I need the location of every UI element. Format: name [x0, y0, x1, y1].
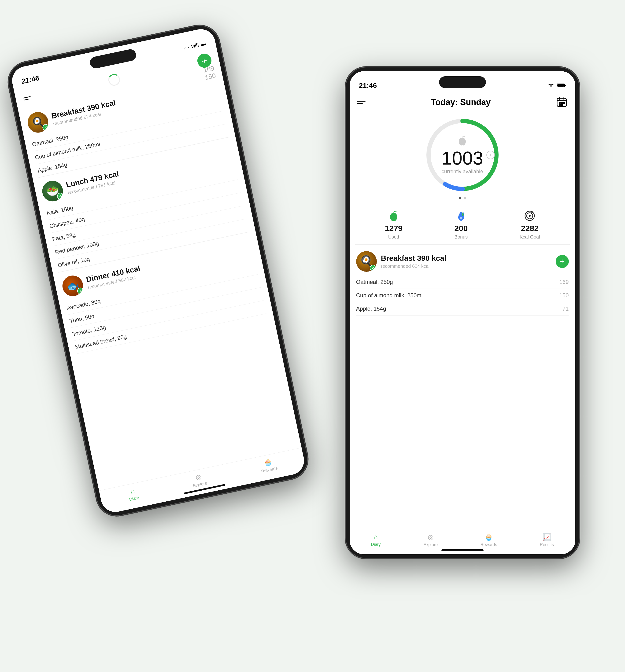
ring-dots: [459, 197, 466, 199]
flame-stat-icon: [455, 209, 468, 222]
svg-rect-1: [565, 85, 566, 86]
breakfast-header-2: 🍳 Breakfast 390 kcal recommended 624 kca…: [356, 251, 569, 272]
wifi-icon-2: [548, 83, 554, 90]
item-name: Kale, 150g: [46, 205, 73, 216]
page-title-2: Today: Sunday: [431, 97, 491, 107]
nav-label-explore-1: Explore: [192, 481, 207, 488]
dot-2: [464, 197, 466, 199]
nav-label-explore-2: Explore: [423, 542, 438, 547]
nav-results-2[interactable]: 📈 Results: [540, 533, 554, 547]
home-indicator-2: [441, 549, 484, 551]
item-cal: 150: [559, 292, 569, 299]
item-cal: 169: [559, 279, 569, 285]
hamburger-menu-2[interactable]: [357, 101, 366, 104]
explore-icon-2: ◎: [428, 533, 434, 541]
signal-icon: ····: [183, 44, 189, 51]
status-icons-1: ···· wifi ▬: [183, 40, 206, 51]
breakfast-image-2: 🍳: [356, 251, 377, 272]
item-name: Tuna, 50g: [69, 313, 95, 325]
breakfast-section-2: 🍳 Breakfast 390 kcal recommended 624 kca…: [350, 245, 575, 315]
item-name: Feta, 53g: [51, 231, 76, 242]
svg-rect-7: [559, 102, 561, 104]
nav-explore-2[interactable]: ◎ Explore: [423, 533, 438, 547]
nav-label-results-2: Results: [540, 542, 554, 547]
explore-icon-1: ◎: [195, 473, 202, 481]
stats-row-2: 1279 Used 200 Bonu: [350, 205, 575, 244]
ring-center: 1003 currently available: [442, 135, 483, 174]
dinner-image-1: 🐟: [61, 273, 85, 298]
battery-icon-2: [557, 83, 566, 90]
time-2: 21:46: [359, 81, 377, 90]
goal-label: Kcal Goal: [519, 234, 540, 240]
breakfast-name-2: Breakfast 390 kcal: [381, 254, 552, 263]
breakfast-items-2: Oatmeal, 250g 169 Cup of almond milk, 25…: [356, 275, 569, 315]
ring-section-2: 1003 currently available i: [350, 112, 575, 205]
signal-icon-2: ····: [539, 83, 545, 89]
item-cal: 71: [562, 306, 569, 312]
nav-rewards-1[interactable]: 🧁 Rewards: [259, 457, 278, 474]
apple-stat-icon: [387, 209, 400, 222]
calories-value: 1003: [442, 149, 483, 167]
phone-2-screen: 21:46 ····: [350, 71, 575, 554]
home-icon-2: ⌂: [374, 533, 378, 541]
add-breakfast-btn[interactable]: +: [556, 255, 569, 268]
dot-1: [459, 197, 461, 199]
used-value: 1279: [385, 224, 402, 233]
rewards-icon-2: 🧁: [485, 533, 493, 541]
list-item: Apple, 154g 71: [356, 302, 569, 315]
breakfast-sub-2: recommended 624 kcal: [381, 264, 552, 269]
ring-wrapper: 1003 currently available i: [423, 115, 502, 195]
item-name: Oatmeal, 250g: [356, 279, 393, 285]
phone1-content: + 169 150 🍳 Breakfast 390 kcal: [9, 26, 306, 514]
breakfast-check-2: [370, 265, 376, 271]
nav-label-diary-2: Diary: [371, 542, 381, 547]
stat-used: 1279 Used: [385, 209, 402, 240]
phone-1-screen: 21:46 ···· wifi ▬ +: [9, 26, 306, 514]
goal-value: 2282: [521, 224, 539, 233]
item-name: Apple, 154g: [37, 161, 68, 174]
list-item: Cup of almond milk, 250ml 150: [356, 289, 569, 302]
breakfast-title-group-2: Breakfast 390 kcal recommended 624 kcal: [381, 254, 552, 269]
breakfast-image-1: 🍳: [25, 110, 50, 134]
svg-point-17: [529, 215, 531, 217]
home-icon-1: ⌂: [130, 487, 135, 495]
svg-rect-8: [561, 102, 563, 104]
svg-rect-9: [563, 102, 565, 104]
svg-rect-2: [557, 84, 564, 87]
stat-bonus: 200 Bonus: [455, 209, 468, 240]
nav-explore-1[interactable]: ◎ Explore: [191, 472, 207, 488]
item-name: Cup of almond milk, 250ml: [356, 292, 423, 299]
bonus-value: 200: [455, 224, 468, 233]
nav-rewards-2[interactable]: 🧁 Rewards: [481, 533, 497, 547]
svg-rect-10: [559, 104, 561, 106]
wifi-icon: wifi: [191, 42, 199, 49]
list-item: Oatmeal, 250g 169: [356, 275, 569, 289]
nav-label-diary-1: Diary: [129, 495, 139, 502]
used-label: Used: [388, 234, 399, 240]
calendar-icon-2[interactable]: [556, 96, 568, 109]
hamburger-menu-1[interactable]: [23, 96, 31, 100]
status-icons-2: ····: [539, 83, 566, 90]
loading-spinner: [107, 73, 121, 87]
info-icon[interactable]: i: [486, 151, 495, 159]
phone-1: 21:46 ···· wifi ▬ +: [4, 21, 312, 520]
lunch-image-1: 🥗: [40, 179, 65, 203]
battery-icon: ▬: [200, 40, 207, 47]
bottom-nav-1: ⌂ Diary ◎ Explore 🧁 Rewards: [99, 448, 306, 514]
svg-rect-11: [561, 104, 563, 106]
rewards-icon-1: 🧁: [263, 458, 273, 467]
item-name: Apple, 154g: [356, 306, 386, 312]
nav-label-rewards-2: Rewards: [481, 542, 497, 547]
scene: 21:46 ···· wifi ▬ +: [31, 20, 594, 652]
nav-label-rewards-1: Rewards: [261, 465, 278, 474]
apple-icon-ring: [458, 135, 467, 148]
nav-diary-1[interactable]: ⌂ Diary: [127, 486, 139, 502]
phone2-content: Today: Sunday: [350, 71, 575, 554]
phone-2: 21:46 ····: [345, 67, 580, 558]
target-stat-icon: [523, 209, 536, 222]
bonus-label: Bonus: [455, 234, 468, 240]
results-icon-2: 📈: [543, 533, 551, 541]
nav-diary-2[interactable]: ⌂ Diary: [371, 533, 381, 547]
nav-header-2: Today: Sunday: [350, 92, 575, 112]
time-1: 21:46: [21, 74, 40, 85]
